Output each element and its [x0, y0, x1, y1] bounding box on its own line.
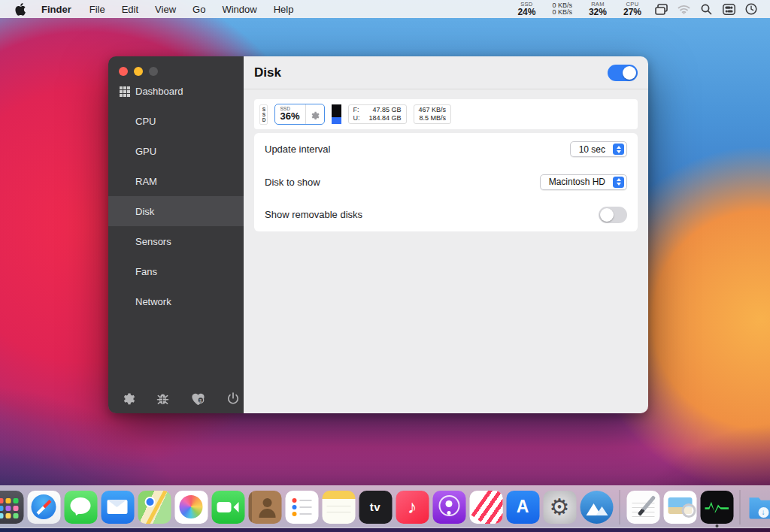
widget-settings-gear-icon[interactable] — [306, 104, 324, 124]
dock-icon-reminders[interactable] — [285, 491, 318, 524]
music-glyph: ♪ — [408, 496, 417, 518]
dock-icon-maps[interactable] — [138, 491, 171, 524]
toggle-knob — [600, 208, 614, 222]
dock-icon-notes[interactable] — [322, 491, 355, 524]
menu-item-help[interactable]: Help — [265, 4, 302, 15]
dock-icon-launchpad[interactable] — [0, 491, 23, 524]
menu-item-window[interactable]: Window — [214, 4, 265, 15]
show-removable-toggle[interactable] — [599, 207, 627, 223]
module-header: Disk — [244, 56, 648, 89]
usage-used-prefix: U: — [353, 114, 362, 122]
sidebar-item-label: Sensors — [135, 236, 171, 247]
minimize-button[interactable] — [134, 67, 143, 76]
sidebar-item-cpu[interactable]: CPU — [108, 106, 244, 136]
menu-item-file[interactable]: File — [81, 4, 114, 15]
apple-menu[interactable] — [9, 3, 32, 16]
bug-report-icon[interactable] — [155, 391, 171, 407]
menu-item-go[interactable]: Go — [184, 4, 214, 15]
dock-icon-preview[interactable] — [663, 491, 696, 524]
sidebar-item-network[interactable]: Network — [108, 286, 244, 316]
sidebar-tools: $ — [120, 391, 241, 407]
tv-glyph: tv — [370, 500, 380, 513]
status-ssd[interactable]: SSD 24% — [511, 2, 542, 17]
close-button[interactable] — [119, 67, 128, 76]
speed-line1: 467 KB/s — [419, 106, 447, 114]
safari-icon — [27, 491, 60, 524]
widget-usage[interactable]: F:47.85 GB U:184.84 GB — [348, 104, 407, 124]
update-interval-label: Update interval — [265, 144, 330, 155]
widget-speed[interactable]: 467 KB/s 8.5 MB/s — [414, 104, 452, 124]
status-ssd-value: 24% — [517, 8, 535, 17]
dock-icon-textedit[interactable] — [626, 491, 659, 524]
toggle-knob — [623, 66, 636, 80]
status-ssd-label: SSD — [520, 2, 532, 8]
menu-item-view[interactable]: View — [147, 4, 184, 15]
search-icon[interactable] — [696, 4, 716, 15]
sidebar-item-disk[interactable]: Disk — [108, 196, 244, 226]
zoom-button — [149, 67, 158, 76]
sidebar-item-gpu[interactable]: GPU — [108, 136, 244, 166]
contacts-icon — [248, 491, 281, 524]
status-cpu[interactable]: CPU 27% — [617, 2, 648, 17]
quit-power-icon[interactable] — [226, 391, 241, 407]
widget-percent-selected[interactable]: SSD 36% — [274, 104, 325, 125]
sidebar-item-label: CPU — [135, 116, 156, 127]
windows-stack-icon[interactable] — [651, 4, 671, 15]
show-removable-label: Show removable disks — [265, 209, 362, 220]
dock-icon-facetime[interactable] — [211, 491, 244, 524]
setting-row-show-removable: Show removable disks — [265, 198, 627, 231]
disk-to-show-select[interactable]: Macintosh HD — [540, 174, 627, 190]
status-ram[interactable]: RAM 32% — [582, 2, 614, 17]
dock-icon-music[interactable]: ♪ — [396, 491, 429, 524]
dock-icon-downloads[interactable]: ↓ — [747, 491, 770, 524]
status-cpu-label: CPU — [626, 2, 639, 8]
dock-icon-podcasts[interactable] — [432, 491, 465, 524]
dock: tv♪A⚙↓ — [0, 485, 770, 528]
widget-mini-label[interactable]: SSD — [259, 104, 268, 125]
notes-icon — [322, 491, 355, 524]
update-interval-select[interactable]: 10 sec — [570, 141, 627, 157]
module-enable-toggle[interactable] — [608, 65, 638, 81]
setting-row-disk-to-show: Disk to show Macintosh HD — [265, 166, 627, 199]
dock-icon-photos[interactable] — [174, 491, 208, 524]
sidebar-item-ram[interactable]: RAM — [108, 166, 244, 196]
dock-icon-mail[interactable] — [101, 491, 134, 524]
widget-bar-chart[interactable] — [332, 104, 341, 124]
dock-icon-activity[interactable] — [700, 491, 733, 524]
app-menus: FinderFileEditViewGoWindowHelp — [32, 4, 302, 15]
sidebar-item-fans[interactable]: Fans — [108, 256, 244, 286]
launchpad-icon — [0, 491, 23, 524]
dock-icon-sysprefs[interactable]: ⚙ — [543, 491, 576, 524]
donate-heart-icon[interactable]: $ — [189, 391, 207, 407]
sidebar-item-label: Dashboard — [135, 86, 183, 97]
dock-icon-contacts[interactable] — [248, 491, 281, 524]
appstore-glyph: A — [517, 497, 529, 517]
dashboard-grid-icon — [120, 86, 123, 89]
dock-icon-messages[interactable] — [64, 491, 97, 524]
dock-icon-safari[interactable] — [27, 491, 60, 524]
sidebar-list: DashboardCPUGPURAMDiskSensorsFansNetwork — [108, 76, 244, 316]
sidebar-item-label: Disk — [135, 206, 154, 217]
sidebar-item-dashboard[interactable]: Dashboard — [108, 76, 244, 106]
dock-icon-tv[interactable]: tv — [359, 491, 392, 524]
downloads-glyph: ↓ — [758, 507, 768, 518]
status-network[interactable]: 0 KB/s 0 KB/s — [545, 2, 579, 16]
control-center-icon[interactable] — [719, 4, 738, 15]
wifi-icon[interactable] — [674, 5, 693, 14]
menu-item-finder[interactable]: Finder — [32, 4, 81, 15]
appstore-icon: A — [506, 491, 539, 524]
dock-icon-appstore[interactable]: A — [506, 491, 539, 524]
sidebar-item-label: Network — [135, 296, 171, 307]
podcasts-icon — [432, 491, 465, 524]
sidebar-item-sensors[interactable]: Sensors — [108, 226, 244, 256]
dock-icon-mountain[interactable] — [580, 491, 613, 524]
messages-icon — [64, 491, 97, 524]
dock-icon-news[interactable] — [469, 491, 502, 524]
settings-panel: Update interval 10 sec Disk to show Maci… — [254, 133, 638, 231]
reminders-icon — [285, 491, 318, 524]
settings-gear-icon[interactable] — [120, 391, 136, 407]
menu-item-edit[interactable]: Edit — [114, 4, 147, 15]
clock-icon[interactable] — [741, 3, 761, 15]
preview-icon — [663, 491, 696, 524]
disk-to-show-label: Disk to show — [265, 177, 320, 188]
